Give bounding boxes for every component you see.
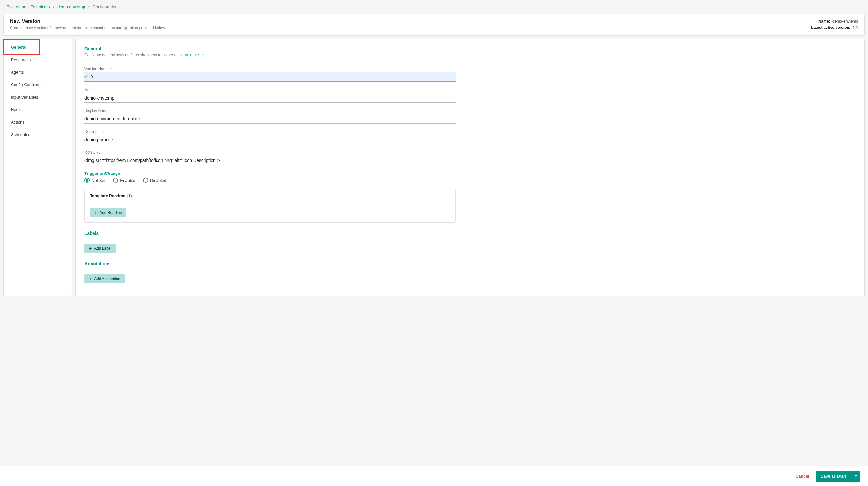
- sidebar-item-general[interactable]: General: [3, 41, 72, 54]
- chevron-right-icon: ›: [88, 4, 90, 9]
- main-panel: General Configure general settings for e…: [75, 39, 865, 297]
- page-subtitle: Create a new version of a environment te…: [10, 26, 165, 30]
- header-latest-value: NA: [852, 25, 858, 30]
- header-name-value: demo-envtemp: [833, 19, 858, 24]
- input-name[interactable]: [85, 93, 456, 103]
- page-title: New Version: [10, 19, 165, 24]
- add-annotation-button[interactable]: + Add Annotation: [85, 274, 125, 283]
- radio-disabled[interactable]: Disabled: [143, 178, 166, 183]
- sidebar-item-agents[interactable]: Agents: [3, 66, 72, 79]
- radio-enabled[interactable]: Enabled: [113, 178, 135, 183]
- breadcrumb-current: Configuration: [93, 4, 118, 9]
- sidebar-item-actions[interactable]: Actions: [3, 116, 72, 128]
- label-version-name-text: Version Name: [85, 67, 108, 71]
- add-label-label: Add Label: [94, 246, 112, 251]
- header-name-label: Name:: [818, 19, 830, 24]
- label-description: Description: [85, 129, 456, 134]
- labels-title: Labels: [85, 231, 456, 236]
- sidebar-item-hooks[interactable]: Hooks: [3, 103, 72, 116]
- learn-more-link[interactable]: Learn more ↗: [179, 53, 204, 57]
- template-readme-box: Template Readme i + Add Readme: [85, 189, 456, 222]
- add-readme-button[interactable]: + Add Readme: [90, 208, 126, 217]
- info-icon[interactable]: i: [127, 194, 131, 198]
- breadcrumb-root[interactable]: Environment Templates: [6, 4, 50, 9]
- external-link-icon: ↗: [201, 53, 204, 57]
- section-subtitle-general: Configure general settings for environme…: [85, 53, 176, 57]
- divider: [85, 269, 456, 269]
- trigger-title: Trigger onChange: [85, 171, 456, 176]
- radio-icon: [113, 178, 118, 183]
- label-name: Name: [85, 88, 456, 92]
- add-readme-label: Add Readme: [99, 210, 122, 215]
- input-version-name[interactable]: [85, 72, 456, 82]
- breadcrumb-item[interactable]: demo-envtemp: [57, 4, 85, 9]
- label-version-name: Version Name *: [85, 67, 456, 71]
- label-display-name: Display Name: [85, 109, 456, 113]
- radio-not-set[interactable]: Not Set: [85, 178, 105, 183]
- add-label-button[interactable]: + Add Label: [85, 244, 116, 253]
- input-display-name[interactable]: [85, 114, 456, 124]
- label-icon-url: Icon URL: [85, 150, 456, 155]
- divider: [85, 239, 456, 239]
- learn-more-text: Learn more: [179, 53, 199, 57]
- header-latest-label: Latest active version:: [811, 25, 850, 30]
- input-icon-url[interactable]: [85, 156, 456, 165]
- input-description[interactable]: [85, 135, 456, 144]
- page-header: New Version Create a new version of a en…: [3, 14, 865, 35]
- sidebar: General Resources Agents Config Contexts…: [3, 39, 72, 297]
- radio-icon: [143, 178, 148, 183]
- radio-disabled-label: Disabled: [150, 178, 166, 183]
- sidebar-item-config-contexts[interactable]: Config Contexts: [3, 79, 72, 91]
- required-asterisk: *: [111, 67, 112, 71]
- plus-icon: +: [89, 246, 92, 251]
- add-annotation-label: Add Annotation: [94, 277, 120, 281]
- chevron-right-icon: ›: [53, 4, 54, 9]
- sidebar-item-resources[interactable]: Resources: [3, 54, 72, 66]
- template-readme-title: Template Readme: [90, 193, 125, 198]
- radio-not-set-label: Not Set: [92, 178, 105, 183]
- annotations-title: Annotations: [85, 261, 456, 266]
- section-title-general: General: [85, 46, 856, 51]
- plus-icon: +: [94, 210, 97, 215]
- sidebar-item-schedules[interactable]: Schedules: [3, 128, 72, 141]
- radio-icon: [85, 178, 90, 183]
- radio-enabled-label: Enabled: [120, 178, 135, 183]
- breadcrumb: Environment Templates › demo-envtemp › C…: [0, 0, 868, 14]
- sidebar-item-input-variables[interactable]: Input Variables: [3, 91, 72, 103]
- plus-icon: +: [89, 277, 92, 281]
